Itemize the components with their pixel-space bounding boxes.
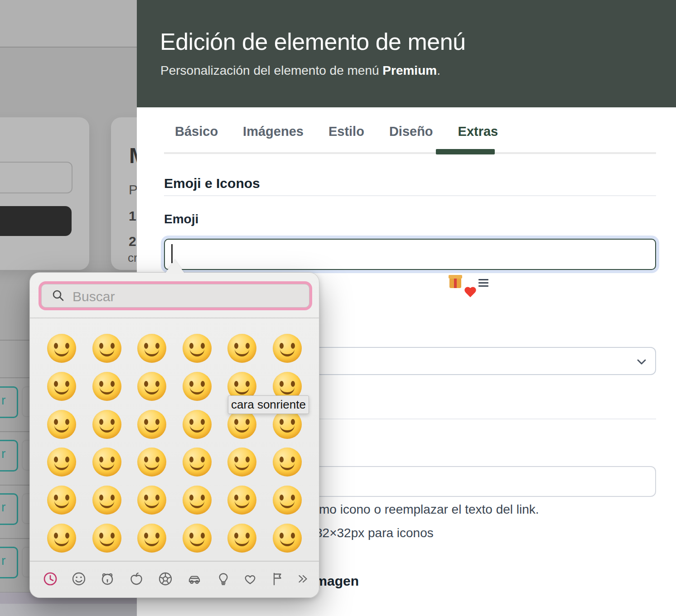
emoji-face [137, 334, 166, 363]
tab-estilo[interactable]: Estilo [328, 124, 364, 139]
emoji-face [47, 486, 76, 515]
emoji-cell[interactable] [223, 443, 261, 481]
category-travel-icon[interactable] [186, 571, 203, 587]
category-smileys-icon[interactable] [71, 571, 87, 587]
emoji-face [273, 410, 302, 439]
emoji-cell[interactable] [88, 367, 126, 405]
category-recents-icon[interactable] [42, 571, 58, 587]
emoji-face [183, 524, 212, 553]
tab-bar: Básico Imágenes Estilo Diseño Extras [175, 124, 498, 139]
modal-subtitle-text: Personalización del elemento de menú [160, 63, 382, 77]
emoji-face [273, 486, 302, 515]
emoji-face [227, 410, 256, 439]
emoji-cell[interactable] [178, 481, 216, 519]
emoji-cell[interactable] [133, 329, 171, 367]
emoji-cell[interactable] [88, 443, 126, 481]
emoji-cell[interactable] [133, 367, 171, 405]
emoji-face [273, 448, 302, 476]
emoji-cell[interactable] [178, 405, 216, 443]
emoji-cell[interactable] [88, 481, 126, 519]
emoji-cell[interactable] [268, 481, 306, 519]
emoji-face [183, 486, 212, 515]
emoji-face [183, 334, 212, 363]
emoji-cell[interactable] [43, 481, 81, 519]
emoji-face [92, 448, 121, 476]
emoji-cell[interactable] [178, 519, 216, 557]
emoji-tooltip: cara sonriente [228, 395, 309, 414]
emoji-cell[interactable] [133, 443, 171, 481]
emoji-cell[interactable] [43, 367, 81, 405]
emoji-face [92, 410, 121, 439]
section-divider [164, 195, 656, 196]
emoji-face [273, 334, 302, 363]
screen: M P 1. 2. cr rrrrr Edición de elemento d… [0, 0, 676, 616]
emoji-face [47, 334, 76, 363]
tab-basico[interactable]: Básico [175, 124, 218, 139]
emoji-face [47, 524, 76, 553]
emoji-face [47, 448, 76, 476]
background-teal-square: r [0, 493, 18, 525]
chevron-down-icon [635, 356, 648, 368]
background-glyph: r [1, 553, 5, 568]
emoji-grid [30, 273, 319, 597]
modal-subtitle-period: . [437, 63, 440, 77]
emoji-cell[interactable] [133, 519, 171, 557]
category-food-icon[interactable] [128, 571, 145, 587]
category-symbols-icon[interactable] [242, 571, 258, 587]
emoji-face [183, 372, 212, 401]
emoji-face [227, 524, 256, 553]
heart-emoji[interactable] [464, 287, 477, 298]
tab-diseno[interactable]: Diseño [389, 124, 433, 139]
emoji-cell[interactable] [88, 405, 126, 443]
background-glyph: r [1, 393, 5, 408]
tab-imagenes[interactable]: Imágenes [243, 124, 304, 139]
section-heading: Emoji e Iconos [164, 176, 260, 191]
modal-subtitle: Personalización del elemento de menú Pre… [160, 63, 440, 78]
category-objects-icon[interactable] [215, 571, 232, 587]
emoji-face [183, 448, 212, 476]
emoji-cell[interactable] [223, 519, 261, 557]
emoji-picker-popup: cara sonriente [29, 272, 319, 598]
active-tab-underline [436, 149, 495, 154]
hamburger-icon[interactable] [478, 279, 488, 287]
emoji-cell[interactable] [178, 443, 216, 481]
category-flags-icon[interactable] [269, 571, 285, 587]
emoji-face [92, 524, 121, 553]
emoji-face [137, 410, 166, 439]
emoji-cell[interactable] [268, 329, 306, 367]
emoji-cell[interactable] [43, 443, 81, 481]
emoji-face [227, 486, 256, 515]
emoji-face [137, 486, 166, 515]
emoji-cell[interactable] [178, 367, 216, 405]
emoji-face [92, 372, 121, 401]
emoji-cell[interactable] [88, 329, 126, 367]
emoji-cell[interactable] [223, 329, 261, 367]
emoji-face [47, 410, 76, 439]
emoji-cell[interactable] [43, 329, 81, 367]
emoji-cell[interactable] [268, 519, 306, 557]
modal-title: Edición de elemento de menú [160, 28, 466, 55]
tab-extras[interactable]: Extras [458, 124, 498, 139]
emoji-input[interactable] [164, 239, 656, 270]
popup-divider-bottom [30, 561, 319, 562]
emoji-cell[interactable] [133, 481, 171, 519]
emoji-face [183, 410, 212, 439]
gift-emoji[interactable] [449, 278, 461, 288]
emoji-cell[interactable] [133, 405, 171, 443]
background-teal-square: r [0, 440, 18, 472]
emoji-cell[interactable] [43, 519, 81, 557]
emoji-face [227, 334, 256, 363]
emoji-cell[interactable] [223, 481, 261, 519]
category-more-icon[interactable] [294, 571, 310, 587]
popup-arrow [165, 260, 184, 273]
modal-subtitle-bold: Premium [382, 63, 437, 77]
category-animals-icon[interactable] [99, 571, 116, 587]
background-teal-square: r [0, 547, 18, 578]
emoji-cell[interactable] [88, 519, 126, 557]
category-activity-icon[interactable] [157, 571, 174, 587]
emoji-cell[interactable] [268, 443, 306, 481]
emoji-cell[interactable] [178, 329, 216, 367]
modal-header: Edición de elemento de menú Personalizac… [137, 0, 676, 107]
emoji-face [137, 524, 166, 553]
emoji-cell[interactable] [43, 405, 81, 443]
